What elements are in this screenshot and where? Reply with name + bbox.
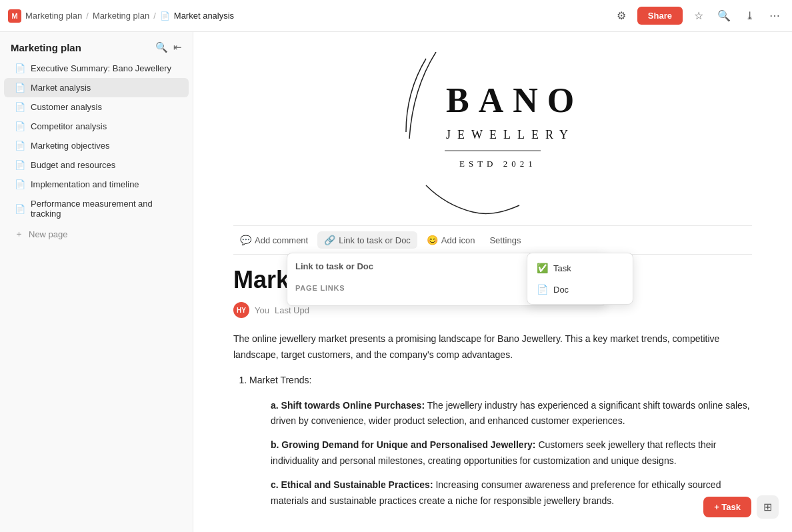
body-intro: The online jewellery market presents a p… [233,331,752,363]
sidebar: Marketing plan 🔍 ⇤ 📄 Executive Summary: … [0,32,193,532]
plus-icon: ＋ [15,228,23,240]
sidebar-collapse-icon[interactable]: ⇤ [173,41,182,53]
link-to-task-label: Link to task or Doc [339,235,411,245]
doc-icon: 📄 [15,83,25,93]
doc-toolbar: 💬 Add comment 🔗 Link to task or Doc 😊 Ad… [233,225,752,255]
comment-icon: 💬 [240,235,251,245]
main-layout: Marketing plan 🔍 ⇤ 📄 Executive Summary: … [0,32,792,532]
sidebar-item-customer-analysis[interactable]: 📄 Customer analysis [4,97,189,117]
list-title: Market Trends: [249,373,752,389]
sidebar-item-label: Budget and resources [31,160,178,170]
logo-area: BANO JEWELLERY ESTD 2021 [233,32,752,225]
trend-item-1: a. Shift towards Online Purchases: The j… [271,398,752,430]
grid-fab-button[interactable]: ⊞ [757,495,779,519]
link-icon: 🔗 [324,235,335,245]
sidebar-item-label: Marketing objectives [31,141,178,151]
sidebar-search-icon[interactable]: 🔍 [155,41,168,53]
trends-detail-list: a. Shift towards Online Purchases: The j… [249,398,752,509]
breadcrumb-workspace[interactable]: Marketing plan [25,11,82,21]
settings-icon-btn[interactable]: ⚙ [612,7,631,25]
workspace-icon: M [8,9,21,23]
doc-icon: 📄 [15,160,25,170]
trend-item-2: b. Growing Demand for Unique and Persona… [271,437,752,469]
breadcrumb-sep-2: / [153,11,156,21]
breadcrumb-current: Market analysis [174,11,234,21]
add-comment-button[interactable]: 💬 Add comment [233,231,315,249]
doc-icon: 📄 [15,179,25,189]
task-icon: ✅ [537,263,548,273]
bano-jewellery-logo: BANO JEWELLERY ESTD 2021 [386,52,599,219]
doc-icon: 📄 [15,141,25,151]
add-comment-label: Add comment [255,235,308,245]
sidebar-item-label: Performance measurement and tracking [31,199,178,219]
link-to-task-button[interactable]: 🔗 Link to task or Doc [317,231,417,249]
doc-icon: 📄 [15,204,25,214]
breadcrumb-folder[interactable]: Marketing plan [93,11,149,21]
add-icon-label: Add icon [441,235,475,245]
doc-label: Doc [553,285,569,295]
sidebar-item-executive-summary[interactable]: 📄 Executive Summary: Bano Jewellery [4,59,189,78]
content-area: BANO JEWELLERY ESTD 2021 💬 Add comment 🔗… [193,32,792,532]
sidebar-item-budget-resources[interactable]: 📄 Budget and resources [4,155,189,175]
task-fab-button[interactable]: + Task [703,497,751,517]
document-body: The online jewellery market presents a p… [233,331,752,509]
trends-list: Market Trends: [249,373,752,389]
sidebar-header-icons: 🔍 ⇤ [155,41,182,53]
trend-1-bold: a. Shift towards Online Purchases: [271,400,425,411]
more-button[interactable]: ⋯ [765,7,784,25]
sidebar-item-label: Market analysis [31,83,178,93]
topbar: M Marketing plan / Marketing plan / 📄 Ma… [0,0,792,32]
trend-3-bold: c. Ethical and Sustainable Practices: [271,479,433,490]
add-icon-button[interactable]: 😊 Add icon [420,231,482,249]
sidebar-item-implementation-timeline[interactable]: 📄 Implementation and timeline [4,175,189,194]
breadcrumb-sep-1: / [86,11,89,21]
task-label: Task [553,263,571,273]
doc-icon: 📄 [15,102,25,112]
emoji-icon: 😊 [427,235,438,245]
doc-option[interactable]: 📄 Doc [527,279,633,300]
search-button[interactable]: 🔍 [715,7,733,25]
sidebar-item-label: Implementation and timeline [31,179,178,189]
star-button[interactable]: ☆ [689,7,708,25]
doc-icon: 📄 [15,121,25,131]
breadcrumb: M Marketing plan / Marketing plan / 📄 Ma… [8,9,607,23]
author-name: You [255,305,269,315]
topbar-actions: ⚙ Share ☆ 🔍 ⤓ ⋯ [612,7,784,25]
doc-icon: 📄 [15,63,25,73]
share-button[interactable]: Share [637,7,683,25]
page-links-label: PAGE LINKS [295,284,345,292]
sidebar-item-market-analysis[interactable]: 📄 Market analysis [4,78,189,97]
new-page-label: New page [29,229,68,239]
svg-text:BANO: BANO [446,81,583,119]
sidebar-title: Marketing plan [11,42,81,53]
sidebar-item-label: Customer analysis [31,102,178,112]
bottom-right-actions: + Task ⊞ [703,495,779,519]
doc-icon: 📄 [537,284,548,295]
author-avatar: HY [233,302,249,318]
sidebar-item-marketing-objectives[interactable]: 📄 Marketing objectives [4,136,189,155]
download-button[interactable]: ⤓ [740,7,759,25]
trend-2-bold: b. Growing Demand for Unique and Persona… [271,439,536,450]
task-doc-dropdown: ✅ Task 📄 Doc [527,253,633,305]
trend-item-3: c. Ethical and Sustainable Practices: In… [271,477,752,509]
new-page-button[interactable]: ＋ New page [4,223,189,245]
sidebar-item-label: Competitor analysis [31,121,178,131]
svg-text:ESTD 2021: ESTD 2021 [459,159,537,169]
sidebar-item-competitor-analysis[interactable]: 📄 Competitor analysis [4,117,189,136]
doc-breadcrumb-icon: 📄 [160,11,170,21]
task-option[interactable]: ✅ Task [527,257,633,279]
svg-text:JEWELLERY: JEWELLERY [446,128,575,141]
sidebar-item-performance-measurement[interactable]: 📄 Performance measurement and tracking [4,194,189,223]
last-updated-label: Last Upd [275,305,309,315]
settings-button[interactable]: Settings [484,232,526,249]
sidebar-header: Marketing plan 🔍 ⇤ [0,32,193,59]
sidebar-item-label: Executive Summary: Bano Jewellery [31,63,178,73]
